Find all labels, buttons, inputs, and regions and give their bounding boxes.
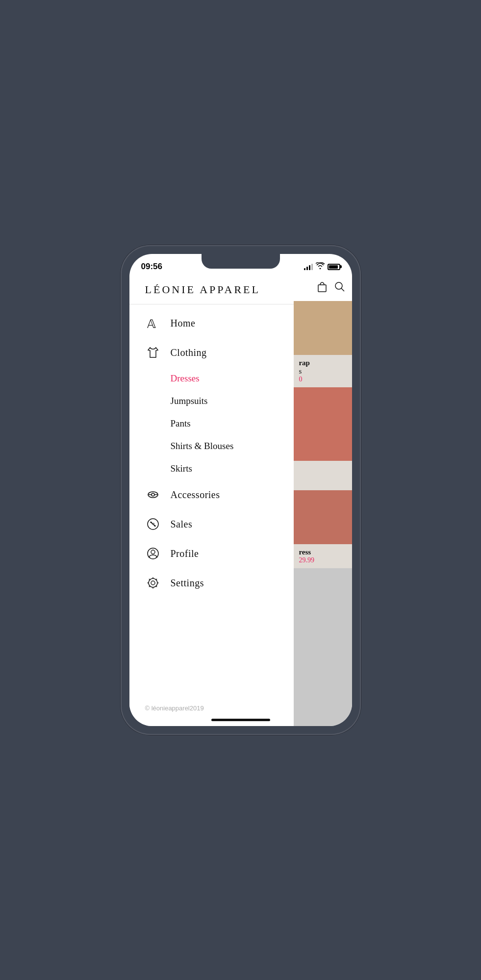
nav-label-settings: Settings [171, 578, 204, 589]
sub-label-jumpsuits: Jumpsuits [171, 396, 208, 406]
wifi-icon [316, 262, 325, 271]
nav-item-sales[interactable]: % Sales [129, 509, 294, 539]
svg-point-10 [151, 550, 155, 554]
svg-point-14 [335, 282, 342, 289]
nav-label-accessories: Accessories [171, 489, 220, 501]
sub-item-dresses[interactable]: Dresses [129, 367, 294, 390]
signal-icon [304, 263, 313, 270]
sub-item-shirts[interactable]: Shirts & Blouses [129, 435, 294, 457]
nav-item-clothing[interactable]: Clothing Dresses Jumpsuits Pants [129, 338, 294, 480]
nav-label-home: Home [171, 318, 196, 329]
svg-text:%: % [151, 522, 154, 526]
sub-label-pants: Pants [171, 418, 191, 428]
search-icon[interactable] [334, 281, 345, 295]
backdrop: rap s 0 ress 29.99 [294, 276, 352, 726]
nav-item-profile[interactable]: Profile [129, 539, 294, 568]
product-subtitle-1: s [299, 367, 347, 376]
nav-item-home[interactable]: 𝔸 Home [129, 308, 294, 338]
phone-screen: 09:56 [129, 254, 352, 726]
status-icons [304, 262, 340, 271]
product-image-2 [294, 387, 352, 461]
battery-icon [328, 264, 340, 270]
screen-content: LÉONIE APPAREL 𝔸 Home [129, 276, 352, 726]
svg-point-11 [151, 581, 155, 585]
svg-point-2 [152, 493, 154, 496]
app-header: LÉONIE APPAREL [129, 276, 294, 304]
sub-item-skirts[interactable]: Skirts [129, 457, 294, 480]
product-title-partial-1: rap [299, 359, 347, 367]
sub-item-jumpsuits[interactable]: Jumpsuits [129, 390, 294, 412]
nav-item-accessories[interactable]: Accessories [129, 480, 294, 509]
sub-item-pants[interactable]: Pants [129, 412, 294, 435]
bag-icon[interactable] [317, 281, 328, 295]
svg-rect-13 [318, 285, 326, 292]
phone-frame: 09:56 [121, 245, 361, 735]
svg-text:𝔸: 𝔸 [147, 318, 156, 330]
product-price-2: 29.99 [299, 556, 347, 564]
svg-point-12 [149, 578, 157, 587]
nav-label-sales: Sales [171, 519, 193, 530]
product-image-1 [294, 301, 352, 355]
nav-item-settings[interactable]: Settings [129, 568, 294, 598]
product-text-1: rap s 0 [294, 355, 352, 387]
nav-list: 𝔸 Home Clothing [129, 304, 294, 694]
svg-line-15 [341, 288, 344, 291]
sub-label-dresses: Dresses [171, 373, 200, 383]
app-logo: LÉONIE APPAREL [145, 283, 278, 296]
backdrop-top-bar [294, 276, 352, 301]
product-title-partial-2: ress [299, 548, 347, 556]
home-indicator [211, 719, 270, 721]
settings-icon [145, 575, 161, 591]
accessories-icon [145, 487, 161, 503]
sub-label-shirts: Shirts & Blouses [171, 441, 234, 451]
nav-label-clothing: Clothing [171, 347, 207, 358]
drawer-footer: © léonieapparel2019 [129, 694, 294, 726]
copyright-text: © léonieapparel2019 [145, 704, 204, 712]
product-image-3 [294, 461, 352, 490]
clothing-submenu: Dresses Jumpsuits Pants Shirts & Blouses [129, 367, 294, 480]
product-image-4 [294, 490, 352, 544]
home-icon: 𝔸 [145, 315, 161, 331]
notch [202, 254, 280, 269]
sales-icon: % [145, 516, 161, 532]
product-text-2: ress 29.99 [294, 544, 352, 568]
product-price-1: 0 [299, 376, 347, 383]
nav-drawer: LÉONIE APPAREL 𝔸 Home [129, 276, 294, 726]
clothing-icon [145, 345, 161, 360]
profile-icon [145, 546, 161, 561]
nav-label-profile: Profile [171, 548, 199, 559]
sub-label-skirts: Skirts [171, 463, 192, 474]
status-time: 09:56 [141, 262, 162, 272]
